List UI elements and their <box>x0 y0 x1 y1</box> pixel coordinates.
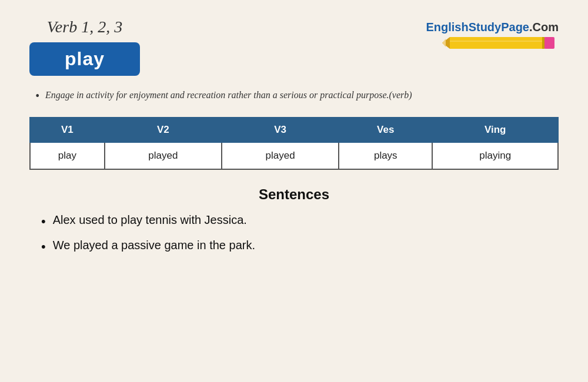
definition-section: • Engage in activity for enjoyment and r… <box>29 88 559 104</box>
svg-rect-1 <box>544 37 554 49</box>
logo-area: EnglishStudyPage.Com <box>426 18 559 52</box>
title-section: Verb 1, 2, 3 play <box>29 18 140 76</box>
verb-title: Verb 1, 2, 3 <box>47 18 122 36</box>
sentence-item-1: • Alex used to play tennis with Jessica. <box>41 213 559 230</box>
logo-com-text: .Com <box>529 21 559 33</box>
sentences-section: Sentences <box>29 186 559 203</box>
table-cell-ving: playing <box>432 142 558 169</box>
logo-text: EnglishStudyPage.Com <box>426 21 559 34</box>
table-cell-v1: play <box>30 142 105 169</box>
svg-marker-0 <box>450 37 544 49</box>
svg-marker-4 <box>442 39 446 47</box>
play-badge: play <box>29 42 140 76</box>
logo-main-text: EnglishStudyPage <box>426 21 529 33</box>
table-header-v1: V1 <box>30 118 105 142</box>
table-header-row: V1 V2 V3 Ves Ving <box>30 118 558 142</box>
page-container: Verb 1, 2, 3 play EnglishStudyPage.Com <box>0 0 588 382</box>
table-cell-v3: played <box>222 142 339 169</box>
definition-content: Engage in activity for enjoyment and rec… <box>45 88 412 103</box>
table-header-ving: Ving <box>432 118 558 142</box>
pencil-icon <box>441 34 559 52</box>
definition-text: • Engage in activity for enjoyment and r… <box>35 88 559 104</box>
verb-table: V1 V2 V3 Ves Ving play played played pla… <box>29 117 559 170</box>
sentence-text-2: We played a passive game in the park. <box>53 239 255 252</box>
sentence-bullet-1: • <box>41 213 46 230</box>
table-cell-v2: played <box>105 142 222 169</box>
table-header-v2: V2 <box>105 118 222 142</box>
sentence-text-1: Alex used to play tennis with Jessica. <box>53 213 247 227</box>
header-area: Verb 1, 2, 3 play EnglishStudyPage.Com <box>29 18 559 76</box>
svg-rect-2 <box>542 37 544 49</box>
table-header-ves: Ves <box>339 118 432 142</box>
sentence-bullet-2: • <box>41 239 46 256</box>
table-data-row: play played played plays playing <box>30 142 558 169</box>
sentence-list: • Alex used to play tennis with Jessica.… <box>29 213 559 255</box>
table-cell-ves: plays <box>339 142 432 169</box>
table-header-v3: V3 <box>222 118 339 142</box>
sentences-title: Sentences <box>29 186 559 203</box>
sentence-item-2: • We played a passive game in the park. <box>41 239 559 256</box>
definition-bullet: • <box>35 88 39 104</box>
